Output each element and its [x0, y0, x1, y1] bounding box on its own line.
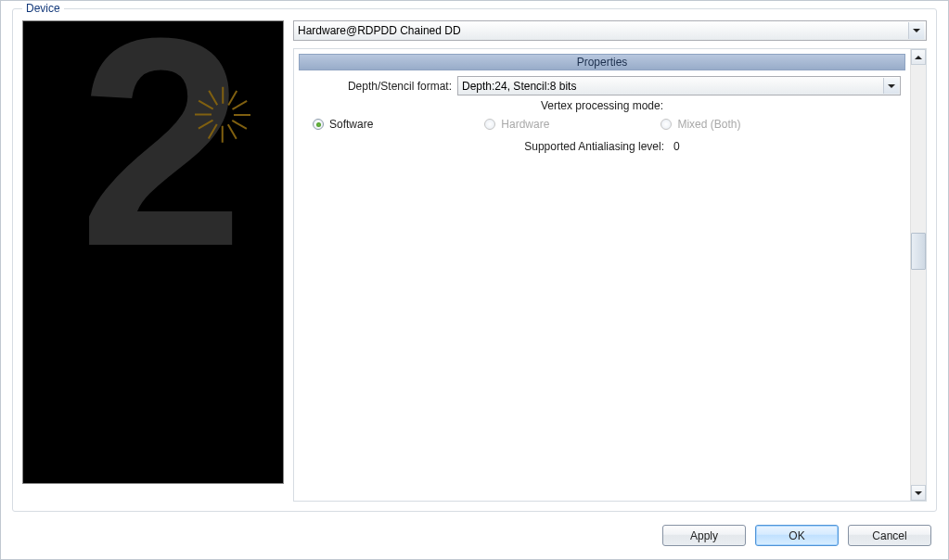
vertical-scrollbar[interactable]	[910, 49, 926, 501]
device-dialog: Device 2 ZModeler Hardware@RDPDD C	[0, 0, 949, 560]
dialog-button-row: Apply OK Cancel	[1, 515, 948, 559]
apply-button[interactable]: Apply	[662, 525, 746, 546]
radio-hardware-label: Hardware	[501, 118, 549, 131]
radio-circle-icon	[313, 119, 324, 130]
scroll-up-button[interactable]	[911, 49, 926, 65]
preview-brand-text: ZModeler	[22, 223, 32, 477]
antialiasing-row: Supported Antialiasing level: 0	[294, 136, 910, 160]
depth-stencil-dropdown[interactable]: Depth:24, Stencil:8 bits	[457, 76, 901, 95]
ok-button[interactable]: OK	[755, 525, 839, 546]
groupbox-title: Device	[22, 2, 64, 15]
device-groupbox: Device 2 ZModeler Hardware@RDPDD C	[12, 8, 937, 512]
scroll-track[interactable]	[911, 65, 926, 485]
radio-hardware: Hardware	[484, 118, 549, 131]
radio-circle-icon	[660, 119, 672, 130]
radio-software-label: Software	[329, 118, 373, 131]
right-panel: Hardware@RDPDD Chained DD Properties Dep…	[293, 20, 927, 502]
depth-stencil-label: Depth/Stencil format:	[303, 80, 452, 93]
depth-stencil-value: Depth:24, Stencil:8 bits	[462, 80, 576, 93]
sparkle-icon	[192, 82, 257, 146]
chevron-down-icon	[883, 78, 899, 94]
vertex-mode-title: Vertex processing mode:	[294, 97, 910, 114]
properties-panel: Properties Depth/Stencil format: Depth:2…	[293, 48, 927, 502]
device-selector-value: Hardware@RDPDD Chained DD	[298, 24, 461, 37]
scroll-down-button[interactable]	[911, 485, 926, 501]
scroll-thumb[interactable]	[911, 233, 926, 270]
depth-stencil-row: Depth/Stencil format: Depth:24, Stencil:…	[294, 74, 910, 97]
radio-mixed: Mixed (Both)	[660, 118, 740, 131]
radio-mixed-label: Mixed (Both)	[677, 118, 740, 131]
antialiasing-value: 0	[673, 140, 680, 153]
cancel-button[interactable]: Cancel	[848, 525, 931, 546]
preview-panel: 2 ZModeler	[22, 20, 284, 484]
radio-software[interactable]: Software	[313, 118, 373, 131]
device-selector-dropdown[interactable]: Hardware@RDPDD Chained DD	[293, 20, 927, 41]
antialiasing-label: Supported Antialiasing level:	[524, 140, 664, 153]
properties-header: Properties	[299, 54, 905, 70]
radio-circle-icon	[484, 119, 495, 130]
preview-version-number: 2	[79, 20, 244, 290]
chevron-down-icon	[908, 22, 924, 39]
vertex-mode-radios: Software Hardware Mixed (Both)	[294, 114, 910, 136]
properties-content: Properties Depth/Stencil format: Depth:2…	[294, 49, 910, 501]
